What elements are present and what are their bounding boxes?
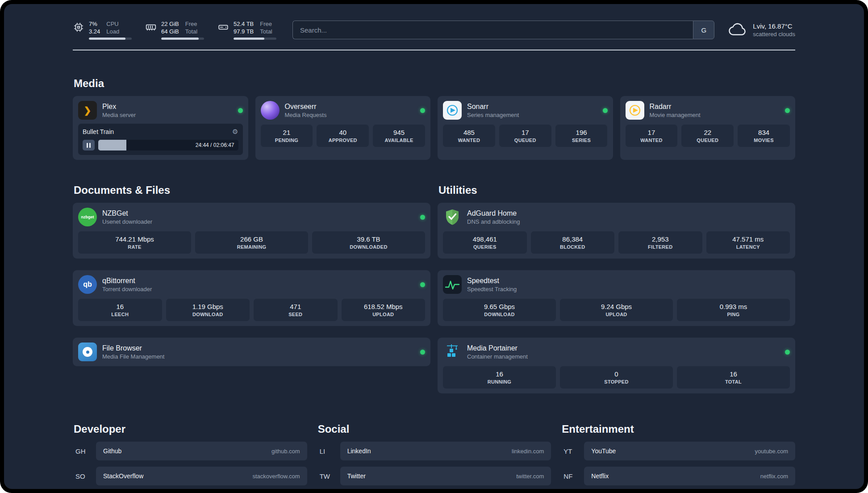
disk-icon (217, 21, 229, 33)
disk-total-label: Total (260, 28, 272, 35)
bookmark-link-linkedin[interactable]: LinkedIn linkedin.com (340, 442, 551, 460)
bookmark-link-netflix[interactable]: Netflix netflix.com (584, 467, 795, 485)
overseerr-link[interactable]: Overseerr Media Requests (261, 101, 426, 120)
bookmark-netflix: NF Netflix netflix.com (561, 467, 795, 485)
disk-free-label: Free (260, 20, 272, 28)
bookmark-linkedin: LI LinkedIn linkedin.com (317, 442, 551, 460)
stat-remaining: 266 GB REMAINING (195, 231, 308, 254)
service-description: Usenet downloader (102, 218, 415, 225)
stat-upload: 618.52 Mbps UPLOAD (342, 299, 426, 321)
stat-latency: 47.571 ms LATENCY (706, 231, 790, 254)
window-frame: 7% 3.24 CPU Load (0, 0, 868, 493)
status-dot (238, 108, 243, 113)
stat-download: 1.19 Gbps DOWNLOAD (166, 299, 250, 321)
cpu-widget: 7% 3.24 CPU Load (73, 20, 132, 40)
section-title-documents: Documents & Files (74, 184, 430, 196)
stat-pending: 21 PENDING (261, 125, 313, 147)
service-name: Sonarr (467, 103, 597, 111)
topbar-divider (73, 50, 795, 50)
search-provider-button[interactable]: G (693, 21, 714, 39)
filebrowser-link[interactable]: File Browser Media File Management (78, 343, 425, 361)
service-name: AdGuard Home (467, 209, 790, 217)
plex-now-playing: Bullet Train ⚙ 24:44 / 02:06:47 (78, 124, 243, 155)
weather-widget[interactable]: Lviv, 16.87°C scattered clouds (728, 21, 795, 39)
bookmark-link-twitter[interactable]: Twitter twitter.com (340, 467, 551, 485)
speedtest-link[interactable]: Speedtest Speedtest Tracking (443, 275, 790, 294)
service-card-filebrowser: File Browser Media File Management (73, 338, 430, 366)
service-description: DNS and adblocking (467, 218, 790, 225)
bookmark-abbr: TW (317, 472, 340, 480)
memory-free-label: Free (185, 20, 197, 28)
plex-link[interactable]: ❯ Plex Media server (78, 101, 243, 120)
service-description: Movie management (650, 112, 780, 118)
disk-widget: 52.4 TB 97.9 TB Free Total (217, 20, 276, 40)
status-dot (420, 108, 425, 113)
pause-button[interactable] (83, 140, 95, 150)
speedtest-icon (443, 275, 462, 294)
status-dot (785, 108, 790, 113)
search-bar: G (292, 21, 714, 39)
section-title-developer: Developer (74, 423, 307, 435)
stat-queued: 17 QUEUED (499, 125, 551, 147)
memory-total-label: Total (185, 28, 197, 35)
radarr-link[interactable]: Radarr Movie management (626, 101, 790, 120)
gear-icon[interactable]: ⚙ (232, 128, 238, 136)
nzbget-link[interactable]: nzbget NZBGet Usenet downloader (78, 208, 425, 226)
stat-stopped: 0 STOPPED (560, 366, 673, 389)
section-utilities: Utilities AdGuard Home (438, 184, 795, 393)
cpu-load-value: 3.24 (89, 28, 100, 35)
service-card-portainer: Media Portainer Container management 16 … (438, 338, 795, 393)
stat-queued: 22 QUEUED (681, 125, 734, 147)
stat-blocked: 86,384 BLOCKED (531, 231, 615, 254)
playback-time: 24:44 / 02:06:47 (196, 142, 234, 148)
sonarr-link[interactable]: Sonarr Series management (443, 101, 608, 120)
stat-movies: 834 MOVIES (738, 125, 790, 147)
status-dot (420, 215, 425, 220)
search-input[interactable] (292, 21, 693, 39)
stat-wanted: 485 WANTED (443, 125, 495, 147)
disk-progress-bar (234, 38, 276, 40)
service-description: Torrent downloader (102, 286, 415, 292)
nzbget-icon: nzbget (78, 208, 97, 226)
memory-icon (145, 21, 157, 33)
service-card-sonarr: Sonarr Series management 485 WANTED 17 Q… (438, 96, 613, 160)
stat-queries: 498,461 QUERIES (443, 231, 527, 254)
memory-widget: 22 GiB 64 GiB Free Total (145, 20, 204, 40)
service-card-radarr: Radarr Movie management 17 WANTED 22 QUE… (620, 96, 796, 160)
memory-total-value: 64 GiB (161, 28, 179, 35)
service-description: Container management (467, 353, 780, 360)
memory-free-value: 22 GiB (161, 20, 179, 28)
playback-progress-fill (98, 140, 126, 150)
service-name: Speedtest (467, 277, 790, 285)
playback-progress-bar[interactable]: 24:44 / 02:06:47 (98, 140, 238, 150)
section-entertainment: Entertainment YT YouTube youtube.com NF … (561, 423, 795, 489)
service-name: Overseerr (285, 103, 415, 111)
bookmark-youtube: YT YouTube youtube.com (561, 442, 795, 460)
bookmark-link-github[interactable]: Github github.com (96, 442, 307, 460)
service-name: File Browser (102, 344, 415, 352)
section-developer: Developer GH Github github.com SO StackO… (73, 423, 307, 489)
bookmark-github: GH Github github.com (73, 442, 307, 460)
cpu-progress-bar (89, 38, 132, 40)
service-card-plex: ❯ Plex Media server Bullet Train ⚙ (73, 96, 248, 160)
bookmark-link-stackoverflow[interactable]: StackOverflow stackoverflow.com (96, 467, 307, 485)
status-dot (420, 350, 425, 355)
status-dot (420, 282, 425, 287)
qbittorrent-link[interactable]: qb qBittorrent Torrent downloader (78, 275, 425, 294)
qbittorrent-icon: qb (78, 275, 97, 294)
service-name: qBittorrent (102, 277, 415, 285)
section-social: Social LI LinkedIn linkedin.com TW Twitt… (317, 423, 551, 489)
service-description: Speedtest Tracking (467, 286, 790, 292)
weather-condition: scattered clouds (753, 31, 795, 38)
portainer-link[interactable]: Media Portainer Container management (443, 343, 790, 361)
radarr-icon (626, 101, 644, 120)
service-card-nzbget: nzbget NZBGet Usenet downloader 744.21 M… (73, 203, 430, 259)
section-title-media: Media (74, 77, 795, 90)
status-dot (603, 108, 608, 113)
sonarr-icon (443, 101, 462, 120)
bookmark-link-youtube[interactable]: YouTube youtube.com (584, 442, 795, 460)
bookmark-abbr: LI (317, 447, 340, 455)
filebrowser-icon (78, 343, 97, 361)
section-title-social: Social (318, 423, 551, 435)
adguard-link[interactable]: AdGuard Home DNS and adblocking (443, 208, 790, 226)
